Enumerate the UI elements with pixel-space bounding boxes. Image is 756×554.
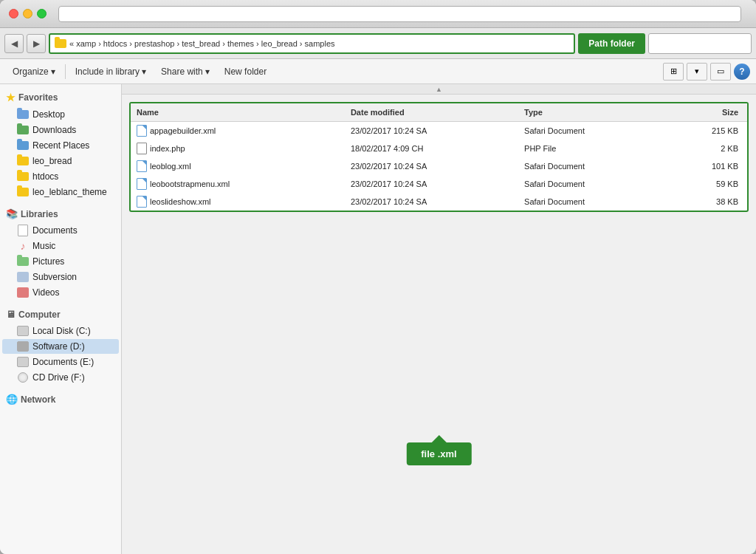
traffic-lights xyxy=(9,9,47,18)
favorites-section[interactable]: ★ Favorites xyxy=(0,89,121,106)
new-folder-button[interactable]: New folder xyxy=(218,62,273,81)
maximize-button[interactable] xyxy=(37,9,47,18)
help-button[interactable]: ? xyxy=(734,64,750,80)
search-input[interactable] xyxy=(648,33,752,54)
videos-label: Videos xyxy=(32,287,59,298)
title-url-bar xyxy=(58,6,741,22)
table-row[interactable]: index.php 18/02/2017 4:09 CH PHP File 2 … xyxy=(131,140,747,157)
computer-section[interactable]: 🖥 Computer xyxy=(0,306,121,323)
file-size-leobootstrap: 59 KB xyxy=(651,178,747,190)
local-c-label: Local Disk (C:) xyxy=(32,326,91,336)
collapse-bar[interactable]: ▲ xyxy=(122,84,756,95)
libraries-icon: 📚 xyxy=(6,208,18,219)
documents-icon xyxy=(17,225,29,236)
pictures-icon xyxy=(17,256,29,267)
documents-label: Documents xyxy=(32,225,78,236)
subversion-icon xyxy=(17,272,29,282)
minimize-button[interactable] xyxy=(23,9,32,18)
sidebar-item-software-d[interactable]: Software (D:) xyxy=(2,339,119,354)
file-name-indexphp: index.php xyxy=(131,141,345,156)
libraries-label: Libraries xyxy=(21,209,58,219)
col-header-type[interactable]: Type xyxy=(518,106,651,118)
xml-icon xyxy=(137,125,147,137)
downloads-label: Downloads xyxy=(32,125,76,135)
col-header-name[interactable]: Name xyxy=(131,106,345,118)
htdocs-icon xyxy=(17,171,29,182)
col-header-date[interactable]: Date modified xyxy=(345,106,518,118)
col-header-size[interactable]: Size xyxy=(651,106,747,118)
organize-chevron-icon: ▾ xyxy=(51,66,55,77)
tooltip-label: file .xml xyxy=(421,448,456,459)
sidebar-item-local-c[interactable]: Local Disk (C:) xyxy=(2,324,119,338)
share-with-chevron-icon: ▾ xyxy=(205,66,210,77)
close-button[interactable] xyxy=(9,9,18,18)
sidebar-item-pictures[interactable]: Pictures xyxy=(2,254,119,269)
downloads-icon xyxy=(17,125,29,135)
music-icon: ♪ xyxy=(17,241,29,251)
leo-bread-icon xyxy=(17,156,29,166)
path-folder-button[interactable]: Path folder xyxy=(578,33,645,54)
sidebar-item-leo-bread[interactable]: leo_bread xyxy=(2,154,119,168)
sidebar-item-cdrive-f[interactable]: CD Drive (F:) xyxy=(2,370,119,385)
network-section[interactable]: 🌐 Network xyxy=(0,391,121,408)
address-path-box[interactable]: « xamp › htdocs › prestashop › test_brea… xyxy=(49,33,575,54)
view-pane-button[interactable]: ▭ xyxy=(710,63,731,81)
view-chevron-button[interactable]: ▾ xyxy=(687,63,707,81)
address-path-text: « xamp › htdocs › prestashop › test_brea… xyxy=(69,39,335,48)
file-date-leoslideshow: 23/02/2017 10:24 SA xyxy=(345,196,518,208)
sidebar-item-documents-e[interactable]: Documents (E:) xyxy=(2,355,119,369)
computer-label: Computer xyxy=(18,310,61,320)
sidebar-item-htdocs[interactable]: htdocs xyxy=(2,169,119,184)
table-row[interactable]: leoblog.xml 23/02/2017 10:24 SA Safari D… xyxy=(131,157,747,175)
documents-e-label: Documents (E:) xyxy=(32,357,94,367)
file-name-appagebuilder: appagebuilder.xml xyxy=(131,123,345,138)
window: ◀ ▶ « xamp › htdocs › prestashop › test_… xyxy=(0,0,756,554)
file-name-leoslideshow: leoslideshow.xml xyxy=(131,194,345,209)
file-type-indexphp: PHP File xyxy=(518,143,651,154)
php-icon xyxy=(137,143,147,154)
sidebar-item-subversion[interactable]: Subversion xyxy=(2,270,119,284)
sidebar: ★ Favorites Desktop Downloads Recent Pla… xyxy=(0,84,122,554)
libraries-section[interactable]: 📚 Libraries xyxy=(0,205,121,222)
back-button[interactable]: ◀ xyxy=(4,34,24,53)
file-name-leoblog: leoblog.xml xyxy=(131,159,345,174)
include-library-label: Include in library xyxy=(75,66,140,77)
file-date-appagebuilder: 23/02/2017 10:24 SA xyxy=(345,125,518,137)
pictures-label: Pictures xyxy=(32,256,64,267)
recent-icon xyxy=(17,140,29,151)
file-list-container: Name Date modified Type Size appagebuild… xyxy=(122,95,756,554)
leo-bread-label: leo_bread xyxy=(32,156,72,166)
videos-icon xyxy=(17,287,29,298)
xml-icon xyxy=(137,196,147,208)
sidebar-item-leo-leblanc[interactable]: leo_leblanc_theme xyxy=(2,185,119,199)
table-row[interactable]: appagebuilder.xml 23/02/2017 10:24 SA Sa… xyxy=(131,122,747,140)
sidebar-item-music[interactable]: ♪ Music xyxy=(2,239,119,253)
file-size-indexphp: 2 KB xyxy=(651,143,747,154)
sidebar-item-desktop[interactable]: Desktop xyxy=(2,107,119,122)
view-details-button[interactable]: ⊞ xyxy=(663,63,684,81)
recent-label: Recent Places xyxy=(32,140,89,151)
file-area: ▲ Name Date modified Type Size a xyxy=(122,84,756,554)
sidebar-item-videos[interactable]: Videos xyxy=(2,285,119,300)
sidebar-item-downloads[interactable]: Downloads xyxy=(2,123,119,137)
share-with-button[interactable]: Share with ▾ xyxy=(154,62,216,81)
music-label: Music xyxy=(32,241,55,251)
collapse-icon: ▲ xyxy=(436,86,442,93)
sidebar-item-documents[interactable]: Documents xyxy=(2,223,119,238)
file-size-leoslideshow: 38 KB xyxy=(651,196,747,208)
table-row[interactable]: leobootstrapmenu.xml 23/02/2017 10:24 SA… xyxy=(131,175,747,193)
new-folder-label: New folder xyxy=(224,66,267,77)
sidebar-item-recent[interactable]: Recent Places xyxy=(2,138,119,153)
file-date-leoblog: 23/02/2017 10:24 SA xyxy=(345,160,518,172)
file-date-leobootstrap: 23/02/2017 10:24 SA xyxy=(345,178,518,190)
organize-button[interactable]: Organize ▾ xyxy=(6,62,62,81)
xml-icon xyxy=(137,178,147,190)
toolbar-divider-1 xyxy=(65,64,66,79)
include-library-chevron-icon: ▾ xyxy=(142,66,146,77)
include-library-button[interactable]: Include in library ▾ xyxy=(69,62,153,81)
table-row[interactable]: leoslideshow.xml 23/02/2017 10:24 SA Saf… xyxy=(131,193,747,211)
forward-button[interactable]: ▶ xyxy=(27,34,46,53)
main-content: ★ Favorites Desktop Downloads Recent Pla… xyxy=(0,84,756,554)
desktop-label: Desktop xyxy=(32,109,65,120)
file-size-leoblog: 101 KB xyxy=(651,160,747,172)
